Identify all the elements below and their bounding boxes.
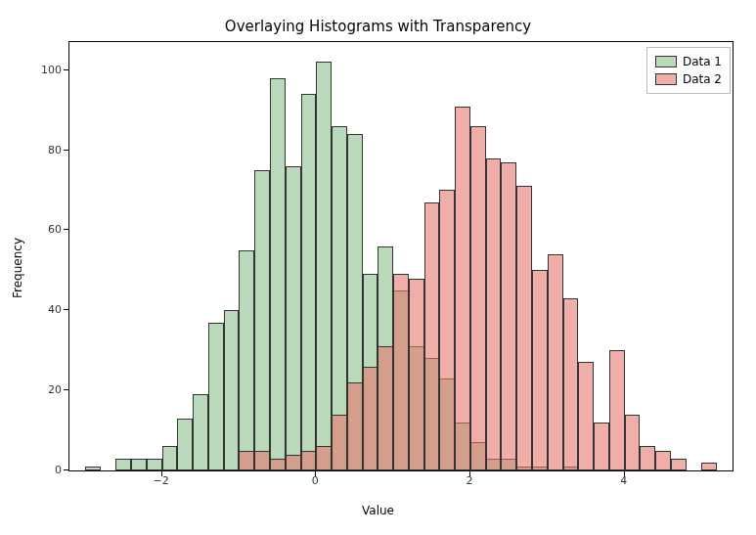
bar-d2 — [486, 158, 502, 470]
chart-title: Overlaying Histograms with Transparency — [0, 18, 756, 35]
y-tick-label: 40 — [22, 303, 62, 316]
legend-swatch-data2 — [655, 73, 677, 85]
bar-d2 — [270, 459, 286, 470]
bar-d2 — [671, 459, 687, 470]
bar-d2 — [455, 107, 470, 471]
histogram-data2 — [69, 42, 733, 470]
bar-d2 — [347, 382, 363, 470]
bar-d2 — [609, 350, 625, 470]
bar-d2 — [640, 446, 655, 470]
bar-d2 — [286, 455, 301, 470]
legend: Data 1 Data 2 — [646, 47, 731, 94]
legend-item-data2: Data 2 — [655, 70, 722, 88]
bar-d2 — [378, 346, 393, 470]
y-tick-label: 60 — [22, 223, 62, 236]
bar-d2 — [501, 162, 516, 470]
x-axis-label: Value — [0, 504, 756, 517]
bar-d2 — [655, 451, 671, 470]
bar-d2 — [363, 367, 378, 470]
y-tick-label: 100 — [22, 63, 62, 75]
legend-swatch-data1 — [655, 56, 677, 67]
bar-d2 — [470, 126, 486, 470]
y-tick-label: 0 — [22, 464, 62, 476]
bar-d2 — [393, 274, 409, 470]
bar-d2 — [332, 415, 347, 470]
bar-d2 — [625, 415, 641, 470]
bar-d2 — [548, 254, 563, 470]
legend-label-data1: Data 1 — [683, 53, 722, 70]
bar-d2 — [563, 298, 579, 470]
x-tick-label: 2 — [466, 474, 472, 487]
bar-d2 — [316, 446, 332, 470]
y-tick-label: 20 — [22, 383, 62, 396]
chart-figure: Overlaying Histograms with Transparency … — [0, 0, 756, 535]
bar-d2 — [532, 270, 548, 470]
bar-d2 — [439, 190, 455, 470]
x-tick-label: −2 — [153, 474, 168, 487]
bar-d2 — [516, 186, 532, 470]
x-tick-label: 4 — [620, 474, 627, 487]
plot-area — [68, 41, 734, 471]
bar-d2 — [239, 451, 254, 470]
x-tick-label: 0 — [312, 474, 319, 487]
bar-d2 — [424, 202, 440, 470]
bar-d2 — [254, 451, 270, 470]
y-tick-label: 80 — [22, 143, 62, 156]
y-axis-label: Frequency — [11, 238, 24, 298]
bar-d2 — [594, 423, 609, 470]
legend-item-data1: Data 1 — [655, 53, 722, 70]
bar-d2 — [409, 279, 424, 470]
bar-d2 — [301, 451, 317, 470]
legend-label-data2: Data 2 — [683, 70, 722, 88]
bar-d2 — [578, 362, 594, 470]
bar-d2 — [701, 463, 717, 470]
